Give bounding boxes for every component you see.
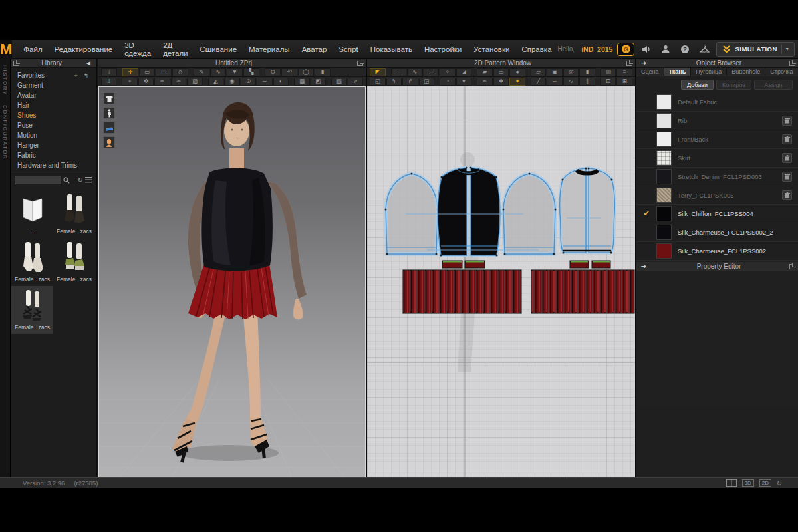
sewing-icon[interactable]: ∿ xyxy=(210,68,226,76)
rectangle-icon[interactable]: ▭ xyxy=(493,68,509,76)
library-cat-shoes[interactable]: Shoes xyxy=(11,110,96,120)
popout-icon[interactable] xyxy=(789,264,795,269)
avatar-walk-icon[interactable]: ⇊ xyxy=(101,78,116,86)
fabric-row[interactable]: Stretch_Denim_FCL1PSD003 xyxy=(636,168,798,186)
library-item-shoe[interactable]: Female...zacs xyxy=(11,238,53,286)
search-input[interactable] xyxy=(15,176,61,184)
menu-file[interactable]: Файл xyxy=(17,40,48,59)
gizmo-dropdown-icon[interactable]: ↓ xyxy=(101,68,117,76)
button-icon[interactable]: ◉ xyxy=(224,78,239,86)
menu-edit[interactable]: Редактирование xyxy=(49,40,119,59)
tab-buttonhole[interactable]: Buttonhole xyxy=(727,68,765,76)
circle-icon[interactable]: ● xyxy=(509,68,525,76)
pleats-fold-icon[interactable]: ≡ xyxy=(616,68,632,76)
internal-rect-icon[interactable]: ▣ xyxy=(547,68,563,76)
unfold-icon[interactable]: ◱ xyxy=(370,78,386,86)
dart-icon[interactable]: ◭ xyxy=(208,78,223,86)
collapse-left-icon[interactable]: ◄ xyxy=(84,59,93,66)
pattern-2d-canvas[interactable] xyxy=(367,86,635,477)
menu-help[interactable]: Справка xyxy=(515,40,557,59)
internal-circle-icon[interactable]: ◎ xyxy=(563,68,579,76)
account-button[interactable] xyxy=(658,43,673,55)
popout-icon[interactable] xyxy=(13,61,19,66)
ring-icon[interactable]: ◯ xyxy=(298,68,314,76)
fabric-row[interactable]: Front/Back xyxy=(636,130,798,149)
fabric-library-button[interactable] xyxy=(103,122,115,134)
sew-multi-icon[interactable]: ❖ xyxy=(493,78,509,86)
fabric-swatch[interactable] xyxy=(656,225,672,240)
add-fabric-button[interactable]: Добави xyxy=(681,80,714,90)
copy-fabric-button[interactable]: Копиров xyxy=(716,80,751,90)
library-cat-motion[interactable]: Motion xyxy=(11,130,96,140)
pen-icon[interactable]: ✎ xyxy=(194,68,209,76)
fabric-row[interactable]: Silk_Charmeuse_FCL1PSS002 xyxy=(636,242,798,261)
split-view-icon[interactable] xyxy=(726,479,737,487)
library-item-shoe[interactable]: Female...zacs xyxy=(53,190,95,238)
favorites-actions[interactable]: + ↰ xyxy=(74,72,96,79)
help-button[interactable]: ? xyxy=(678,43,692,55)
tab-configurator[interactable]: CONFIGURATOR xyxy=(2,105,8,160)
menu-sewing[interactable]: Сшивание xyxy=(194,40,243,59)
show-sewing-icon[interactable]: ✦ xyxy=(509,78,525,86)
library-cat-garment[interactable]: Garment xyxy=(11,80,96,90)
show-garment-button[interactable] xyxy=(103,92,115,104)
parallel-stitch-icon[interactable]: ∥ xyxy=(579,78,595,86)
app-logo[interactable]: M xyxy=(0,40,12,59)
fabric-swatch[interactable] xyxy=(656,94,672,110)
tab-topstitch[interactable]: Строчка xyxy=(765,68,798,76)
menu-avatar[interactable]: Аватар xyxy=(296,40,333,59)
fabric-swatch[interactable] xyxy=(656,132,672,147)
fabric-swatch[interactable] xyxy=(656,169,672,184)
view-3d-button[interactable]: 3D xyxy=(742,479,754,487)
library-cat-pose[interactable]: Pose xyxy=(11,120,96,130)
search-icon[interactable] xyxy=(63,177,70,184)
trace-icon[interactable]: ◢ xyxy=(456,68,472,76)
stitch-dash-icon[interactable]: ┄ xyxy=(547,78,563,86)
fabric-row[interactable]: Default Fabric xyxy=(636,93,798,112)
fold-arrangement-icon[interactable]: ↶ xyxy=(281,68,297,76)
delete-icon[interactable] xyxy=(782,116,792,126)
uv-icon[interactable]: ◩ xyxy=(311,78,326,86)
garment-icon[interactable]: ▼ xyxy=(227,68,243,76)
texture-icon[interactable]: ▦ xyxy=(294,78,309,86)
library-item-shoe[interactable]: Female...zacs xyxy=(53,238,95,286)
assign-fabric-button[interactable]: Assign xyxy=(754,80,793,90)
add-point-icon[interactable]: ⋰ xyxy=(424,68,440,76)
transform-pattern-icon[interactable]: ◤ xyxy=(370,68,386,76)
fabric-row[interactable]: Silk_Charmeuse_FCL1PSS002_2 xyxy=(636,223,798,242)
fabric-swatch[interactable] xyxy=(656,150,672,166)
library-cat-fabric[interactable]: Fabric xyxy=(11,150,96,160)
menu-display[interactable]: Показывать xyxy=(364,40,418,59)
iron-icon[interactable]: ▨ xyxy=(187,78,202,86)
library-cat-avatar[interactable]: Avatar xyxy=(11,90,96,100)
viewport-3d-canvas[interactable] xyxy=(98,86,366,477)
stitch-diagonal-icon[interactable]: ╱ xyxy=(531,78,547,86)
pattern-grid-icon[interactable]: ⊞ xyxy=(616,78,632,86)
popout-icon[interactable] xyxy=(789,61,795,66)
menu-materials[interactable]: Материалы xyxy=(243,40,296,59)
menu-3d-garment[interactable]: 3D одежда xyxy=(118,40,157,59)
show-avatar-button[interactable] xyxy=(103,107,115,119)
garment-2d-icon[interactable]: ▼ xyxy=(456,78,472,86)
dart-icon[interactable]: ▮ xyxy=(579,68,595,76)
tab-fabric[interactable]: Ткань xyxy=(664,68,692,76)
fabric-swatch[interactable] xyxy=(656,206,672,221)
flip-icon[interactable]: ◲ xyxy=(419,78,435,86)
cut-sew-icon[interactable]: ✄ xyxy=(171,78,186,86)
list-view-icon[interactable] xyxy=(85,177,92,183)
popout-icon[interactable] xyxy=(357,61,363,66)
popout-icon[interactable] xyxy=(626,61,632,66)
avatar-editor-button[interactable] xyxy=(103,136,115,148)
library-item-shoe-selected[interactable]: Female...zacs xyxy=(11,286,53,334)
credits-button[interactable]: G xyxy=(617,43,634,56)
menu-preferences[interactable]: Настройки xyxy=(418,40,467,59)
stitch-wave-icon[interactable]: ∿ xyxy=(563,78,579,86)
library-cat-hanger[interactable]: Hanger xyxy=(11,140,96,150)
cut-icon[interactable]: ✂ xyxy=(477,78,493,86)
pattern-box-icon[interactable]: ⊡ xyxy=(600,78,616,86)
fabric-swatch[interactable] xyxy=(656,113,672,128)
fold-right-icon[interactable]: ↱ xyxy=(402,78,418,86)
library-item-up[interactable]: .. xyxy=(11,190,53,238)
fabric-row[interactable]: Terry_FCL1PSK005 xyxy=(636,186,798,205)
pleats-icon[interactable]: ▥ xyxy=(600,68,616,76)
